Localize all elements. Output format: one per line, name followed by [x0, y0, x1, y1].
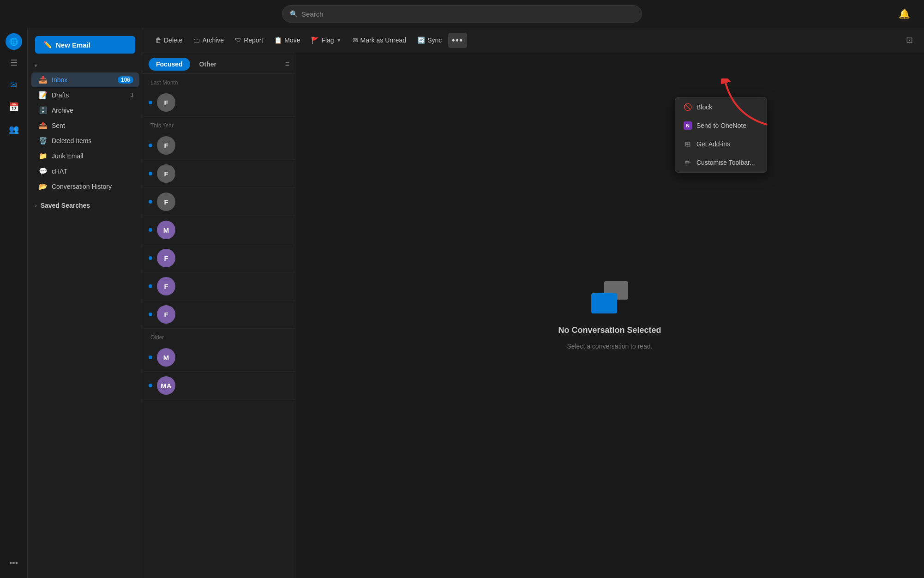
list-item[interactable]: F [143, 160, 295, 188]
customize-icon: ✏ [684, 158, 692, 167]
history-icon: 📂 [39, 182, 47, 191]
sidebar-item-inbox[interactable]: 📥Inbox106 [31, 72, 139, 87]
more-options-button[interactable]: ••• [448, 33, 467, 48]
mark-unread-icon: ✉ [353, 36, 358, 44]
mail-front [591, 293, 617, 313]
move-label: Move [284, 36, 300, 44]
sidebar: ✏️ New Email ▼ 📥Inbox106📝Drafts3🗄️Archiv… [28, 28, 143, 578]
move-button[interactable]: 📋 Move [270, 34, 305, 47]
list-item[interactable]: F [143, 132, 295, 160]
sidebar-item-label-sent: Sent [52, 122, 65, 129]
sent-icon: 📤 [39, 121, 47, 130]
more-apps-icon[interactable]: ••• [5, 554, 23, 572]
layout-button[interactable]: ⊡ [902, 33, 917, 47]
no-conv-title: No Conversation Selected [558, 325, 661, 335]
list-item[interactable]: F [143, 301, 295, 329]
filter-icon[interactable]: ≡ [285, 60, 289, 68]
list-item[interactable]: F [143, 89, 295, 117]
delete-button[interactable]: 🗑 Delete [150, 34, 187, 47]
dropdown-menu: 🚫 Block N Send to OneNote ⊞ Get Add-ins … [675, 97, 767, 173]
sidebar-item-history[interactable]: 📂Conversation History [31, 179, 139, 194]
sidebar-item-label-history: Conversation History [52, 183, 112, 190]
avatar: F [157, 193, 175, 211]
addins-menu-item[interactable]: ⊞ Get Add-ins [677, 135, 765, 153]
no-conversation-panel: No Conversation Selected Select a conver… [558, 281, 661, 350]
compose-icon: ✏️ [43, 41, 52, 49]
sidebar-item-label-junk: Junk Email [52, 152, 83, 160]
unread-dot [149, 355, 152, 359]
badge-drafts: 3 [130, 92, 133, 98]
sidebar-item-drafts[interactable]: 📝Drafts3 [31, 88, 139, 102]
list-item[interactable]: MA [143, 372, 295, 400]
report-button[interactable]: 🛡 Report [230, 34, 268, 47]
contacts-icon[interactable]: 👥 [5, 120, 23, 138]
menu-toggle[interactable]: ☰ [5, 54, 23, 72]
list-item[interactable]: M [143, 216, 295, 244]
archive-icon: 🗄️ [39, 106, 47, 114]
sidebar-item-junk[interactable]: 📁Junk Email [31, 149, 139, 163]
unread-dot [149, 228, 152, 232]
sync-button[interactable]: 🔄 Sync [413, 34, 446, 47]
search-label: Search [301, 10, 324, 18]
email-list: Focused Other ≡ Last Month F This Year [143, 53, 295, 578]
calendar-icon[interactable]: 📅 [5, 98, 23, 116]
mail-icon[interactable]: ✉ [5, 76, 23, 94]
account-header[interactable]: ▼ [28, 61, 143, 72]
app-logo[interactable]: 🌐 [6, 33, 22, 50]
sync-icon: 🔄 [417, 36, 425, 44]
list-item[interactable]: F [143, 188, 295, 216]
report-icon: 🛡 [235, 36, 241, 44]
unread-dot [149, 101, 152, 104]
deleted-icon: 🗑️ [39, 137, 47, 145]
list-item[interactable]: F [143, 244, 295, 272]
notification-button[interactable]: 🔔 [899, 8, 910, 19]
delete-label: Delete [164, 36, 182, 44]
avatar: F [157, 164, 175, 183]
new-email-button[interactable]: ✏️ New Email [35, 36, 135, 54]
sidebar-item-archive[interactable]: 🗄️Archive [31, 103, 139, 118]
avatar: M [157, 348, 175, 367]
unread-dot [149, 313, 152, 316]
unread-dot [149, 256, 152, 260]
saved-searches-item[interactable]: › Saved Searches [28, 198, 143, 213]
junk-icon: 📁 [39, 152, 47, 160]
email-area: Focused Other ≡ Last Month F This Year [143, 53, 924, 578]
addins-label: Get Add-ins [696, 140, 730, 148]
report-label: Report [244, 36, 263, 44]
list-item[interactable]: F [143, 272, 295, 301]
onenote-menu-item[interactable]: N Send to OneNote [677, 117, 765, 134]
search-bar[interactable]: 🔍 Search [282, 5, 642, 23]
sidebar-item-sent[interactable]: 📤Sent [31, 118, 139, 133]
customize-menu-item[interactable]: ✏ Customise Toolbar... [677, 154, 765, 171]
section-last-month: Last Month [143, 74, 295, 89]
inbox-icon: 📥 [39, 76, 47, 84]
list-item[interactable]: M [143, 343, 295, 372]
sidebar-item-chat[interactable]: 💬cHAT [31, 164, 139, 179]
unread-dot [149, 200, 152, 204]
sidebar-item-label-archive: Archive [52, 107, 73, 114]
new-email-label: New Email [56, 41, 90, 49]
unread-dot [149, 284, 152, 288]
reading-pane: 🚫 Block N Send to OneNote ⊞ Get Add-ins … [295, 53, 924, 578]
block-menu-item[interactable]: 🚫 Block [677, 98, 765, 116]
archive-icon: 🗃 [193, 36, 200, 44]
block-label: Block [696, 103, 712, 111]
more-icon: ••• [452, 36, 463, 45]
email-list-scroll[interactable]: Last Month F This Year F F [143, 74, 295, 578]
archive-button[interactable]: 🗃 Archive [189, 34, 228, 47]
flag-button[interactable]: 🚩 Flag ▼ [306, 34, 346, 47]
saved-searches-label: Saved Searches [41, 202, 90, 209]
sidebar-item-deleted[interactable]: 🗑️Deleted Items [31, 133, 139, 148]
nav-items: 📥Inbox106📝Drafts3🗄️Archive📤Sent🗑️Deleted… [28, 72, 143, 194]
mark-unread-button[interactable]: ✉ Mark as Unread [348, 34, 411, 47]
onenote-icon: N [684, 121, 692, 130]
unread-dot [149, 144, 152, 147]
tab-focused[interactable]: Focused [149, 58, 190, 71]
avatar: F [157, 249, 175, 267]
avatar: MA [157, 376, 175, 395]
no-conv-subtitle: Select a conversation to read. [567, 343, 652, 350]
sync-label: Sync [427, 36, 442, 44]
flag-label: Flag [321, 36, 334, 44]
tab-other[interactable]: Other [192, 58, 224, 71]
sidebar-item-label-drafts: Drafts [52, 91, 69, 99]
